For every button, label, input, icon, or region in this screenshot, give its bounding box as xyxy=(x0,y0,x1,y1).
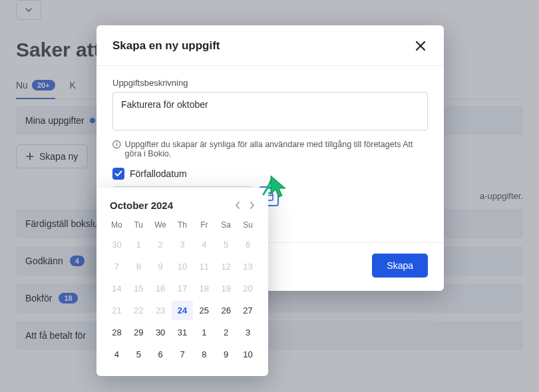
calendar-dow: Sa xyxy=(215,218,237,232)
calendar-nav xyxy=(235,202,255,209)
info-icon xyxy=(112,140,121,149)
create-new-label: Skapa ny xyxy=(39,151,78,162)
calendar-day[interactable]: 21 xyxy=(106,301,128,320)
calendar-day[interactable]: 6 xyxy=(237,235,259,254)
calendar-day[interactable]: 2 xyxy=(150,235,172,254)
calendar-day[interactable]: 22 xyxy=(128,301,150,320)
count-badge: 18 xyxy=(59,293,77,303)
description-label: Uppgiftsbeskrivning xyxy=(112,78,428,88)
tab-nu[interactable]: Nu 20+ xyxy=(16,73,55,98)
calendar-day[interactable]: 23 xyxy=(150,301,172,320)
modal-title: Skapa en ny uppgift xyxy=(112,39,220,53)
calendar-day[interactable]: 30 xyxy=(106,235,128,254)
prev-month-icon[interactable] xyxy=(235,202,240,209)
calendar-popover: October 2024 MoTuWeThFrSaSu3012345678910… xyxy=(96,188,268,376)
calendar-day[interactable]: 4 xyxy=(193,235,215,254)
due-checkbox-label: Förfallodatum xyxy=(130,168,187,179)
calendar-day[interactable]: 3 xyxy=(172,235,194,254)
calendar-day[interactable]: 8 xyxy=(193,345,215,364)
check-icon xyxy=(114,170,122,177)
calendar-day[interactable]: 7 xyxy=(172,345,194,364)
tab-label: Nu xyxy=(16,80,28,91)
calendar-grid: MoTuWeThFrSaSu30123456789101112131415161… xyxy=(106,218,259,364)
section-label: Mina uppgifter xyxy=(25,115,85,126)
calendar-day[interactable]: 19 xyxy=(215,279,237,298)
calendar-day[interactable]: 28 xyxy=(106,323,128,342)
calendar-day[interactable]: 1 xyxy=(128,235,150,254)
calendar-day[interactable]: 1 xyxy=(193,323,215,342)
info-row: Uppgifter du skapar är synliga för alla … xyxy=(112,140,428,158)
calendar-day[interactable]: 7 xyxy=(106,257,128,276)
calendar-day[interactable]: 30 xyxy=(150,323,172,342)
tab-badge: 20+ xyxy=(32,80,55,91)
calendar-day[interactable]: 6 xyxy=(150,345,172,364)
count-badge: 4 xyxy=(70,256,85,266)
calendar-day[interactable]: 29 xyxy=(128,323,150,342)
calendar-day[interactable]: 18 xyxy=(193,279,215,298)
calendar-day[interactable]: 4 xyxy=(106,345,128,364)
calendar-dow: Mo xyxy=(106,218,128,232)
calendar-day[interactable]: 10 xyxy=(237,345,259,364)
calendar-day[interactable]: 15 xyxy=(128,279,150,298)
tab-other[interactable]: K xyxy=(70,73,76,98)
create-new-button[interactable]: Skapa ny xyxy=(16,144,88,168)
calendar-day[interactable]: 24 xyxy=(172,301,194,320)
calendar-day[interactable]: 5 xyxy=(128,345,150,364)
description-input[interactable] xyxy=(112,92,428,130)
calendar-day[interactable]: 10 xyxy=(172,257,194,276)
submit-button[interactable]: Skapa xyxy=(372,254,428,278)
calendar-day[interactable]: 8 xyxy=(128,257,150,276)
task-row-label: Godkänn xyxy=(25,256,63,266)
svg-rect-2 xyxy=(116,144,117,146)
calendar-title: October 2024 xyxy=(110,200,173,211)
calendar-day[interactable]: 2 xyxy=(215,323,237,342)
calendar-day[interactable]: 3 xyxy=(237,323,259,342)
calendar-day[interactable]: 5 xyxy=(215,235,237,254)
calendar-day[interactable]: 9 xyxy=(215,345,237,364)
close-button[interactable] xyxy=(413,39,428,53)
calendar-day[interactable]: 16 xyxy=(150,279,172,298)
info-text: Uppgifter du skapar är synliga för alla … xyxy=(125,140,428,158)
calendar-dow: Fr xyxy=(193,218,215,232)
calendar-day[interactable]: 27 xyxy=(237,301,259,320)
task-row-label: Färdigställ bokslut xyxy=(25,218,100,229)
calendar-day[interactable]: 9 xyxy=(150,257,172,276)
calendar-dow: We xyxy=(150,218,172,232)
tab-label: K xyxy=(70,80,76,91)
calendar-day[interactable]: 20 xyxy=(237,279,259,298)
task-row-label: Bokför xyxy=(25,293,52,303)
close-icon xyxy=(415,41,426,51)
topbar-dropdown-button[interactable] xyxy=(16,0,41,20)
task-row[interactable]: Att få betalt för xyxy=(16,321,523,350)
calendar-dow: Su xyxy=(237,218,259,232)
plus-icon xyxy=(26,152,34,160)
modal-header: Skapa en ny uppgift xyxy=(96,25,444,66)
dot-badge-icon xyxy=(90,118,95,123)
calendar-day[interactable]: 11 xyxy=(193,257,215,276)
calendar-day[interactable]: 17 xyxy=(172,279,194,298)
calendar-day[interactable]: 31 xyxy=(172,323,194,342)
chevron-down-icon xyxy=(25,8,32,12)
calendar-dow: Th xyxy=(172,218,194,232)
calendar-dow: Tu xyxy=(128,218,150,232)
calendar-day[interactable]: 14 xyxy=(106,279,128,298)
due-checkbox[interactable] xyxy=(112,168,124,180)
calendar-header: October 2024 xyxy=(106,200,259,218)
calendar-day[interactable]: 25 xyxy=(193,301,215,320)
due-checkbox-row[interactable]: Förfallodatum xyxy=(112,168,428,180)
calendar-day[interactable]: 12 xyxy=(215,257,237,276)
next-month-icon[interactable] xyxy=(250,202,255,209)
task-row-label: Att få betalt för xyxy=(25,330,86,341)
calendar-day[interactable]: 13 xyxy=(237,257,259,276)
svg-point-1 xyxy=(116,142,117,144)
calendar-day[interactable]: 26 xyxy=(215,301,237,320)
